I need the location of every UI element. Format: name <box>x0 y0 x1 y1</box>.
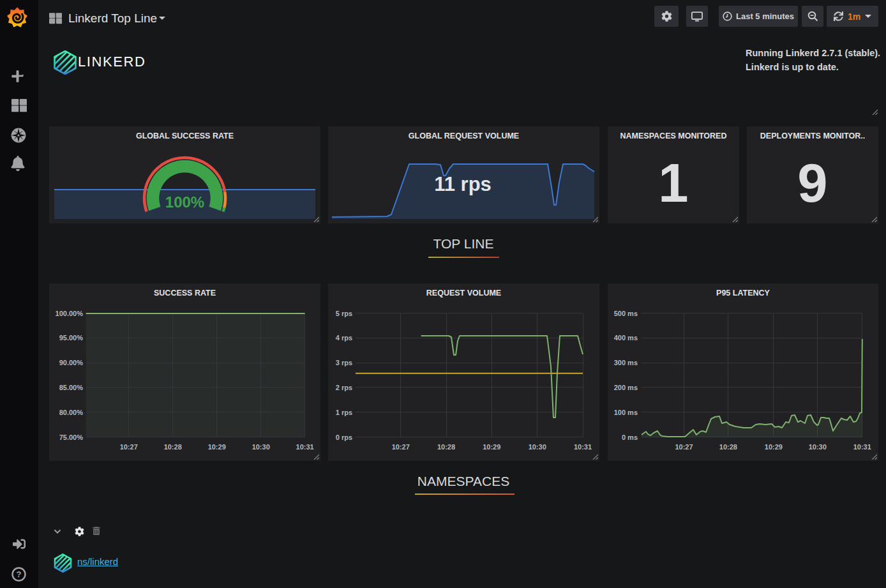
svg-text:10:29: 10:29 <box>765 443 783 451</box>
svg-text:5 rps: 5 rps <box>336 310 352 317</box>
svg-text:200 ms: 200 ms <box>614 384 638 391</box>
svg-text:10:30: 10:30 <box>809 443 827 451</box>
svg-text:10:28: 10:28 <box>719 443 737 451</box>
svg-text:300 ms: 300 ms <box>614 359 638 366</box>
svg-text:1: 1 <box>658 153 688 213</box>
svg-text:85.00%: 85.00% <box>59 384 84 391</box>
svg-text:10:31: 10:31 <box>853 443 871 451</box>
svg-text:9: 9 <box>797 153 827 213</box>
svg-text:10:27: 10:27 <box>675 443 693 451</box>
svg-text:100.00%: 100.00% <box>56 310 84 317</box>
svg-text:10:28: 10:28 <box>164 443 182 451</box>
svg-text:10:27: 10:27 <box>120 443 138 451</box>
svg-text:10:29: 10:29 <box>208 443 226 451</box>
svg-text:1 rps: 1 rps <box>336 409 352 416</box>
svg-text:500 ms: 500 ms <box>614 310 638 317</box>
svg-text:75.00%: 75.00% <box>59 433 84 441</box>
svg-text:80.00%: 80.00% <box>59 409 84 416</box>
svg-text:10:31: 10:31 <box>574 443 592 451</box>
svg-text:10:31: 10:31 <box>296 443 314 451</box>
svg-text:3 rps: 3 rps <box>336 359 352 366</box>
svg-text:100 ms: 100 ms <box>614 409 638 416</box>
svg-text:90.00%: 90.00% <box>59 359 84 366</box>
svg-text:10:29: 10:29 <box>483 443 500 451</box>
svg-text:10:27: 10:27 <box>392 443 410 451</box>
svg-text:0 rps: 0 rps <box>336 433 352 441</box>
svg-text:10:28: 10:28 <box>437 443 455 451</box>
svg-text:11 rps: 11 rps <box>434 173 492 195</box>
svg-text:?: ? <box>17 569 22 579</box>
svg-text:10:30: 10:30 <box>252 443 270 451</box>
svg-text:400 ms: 400 ms <box>614 334 638 342</box>
svg-text:100%: 100% <box>165 193 204 211</box>
svg-text:2 rps: 2 rps <box>336 384 352 391</box>
svg-text:4 rps: 4 rps <box>336 334 352 342</box>
svg-text:95.00%: 95.00% <box>59 334 84 342</box>
svg-text:0 ms: 0 ms <box>622 433 638 441</box>
svg-text:10:30: 10:30 <box>529 443 546 451</box>
